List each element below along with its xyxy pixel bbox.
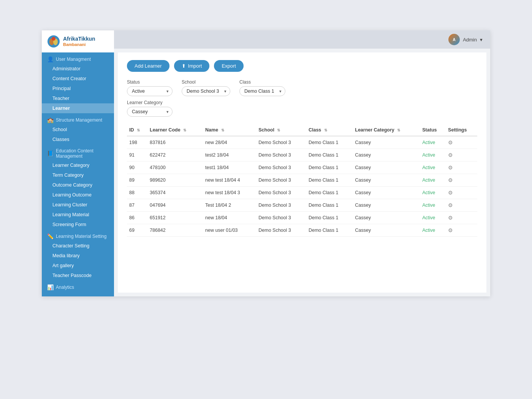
table-row: 89 989620 new test 18/04 4 Demo School 3… — [127, 174, 477, 187]
learner-category-filter-group: Learner Category Cassey Other — [127, 100, 173, 117]
cell-status: Active — [420, 149, 446, 162]
settings-gear-icon[interactable]: ⚙ — [448, 190, 453, 196]
sidebar-item-media-library[interactable]: Media library — [42, 251, 114, 261]
logo-icon — [47, 35, 60, 48]
sort-school-icon[interactable]: ⇅ — [277, 128, 280, 132]
cell-settings[interactable]: ⚙ — [446, 136, 477, 149]
sidebar-item-teacher[interactable]: Teacher — [42, 93, 114, 103]
add-learner-button[interactable]: Add Learner — [127, 60, 169, 72]
admin-avatar: A — [448, 34, 460, 45]
settings-gear-icon[interactable]: ⚙ — [448, 227, 453, 233]
user-management-icon: 👤 — [47, 56, 54, 62]
cell-id: 91 — [127, 149, 147, 162]
sidebar-item-classes[interactable]: Classes — [42, 135, 114, 144]
cell-settings[interactable]: ⚙ — [446, 187, 477, 199]
sidebar-item-learning-cluster[interactable]: Learning Cluster — [42, 200, 114, 210]
settings-gear-icon[interactable]: ⚙ — [448, 139, 453, 146]
svg-point-3 — [52, 37, 55, 41]
sort-class-icon[interactable]: ⇅ — [324, 128, 327, 132]
sidebar-section-analytics[interactable]: 📊 Analytics — [42, 280, 114, 292]
sort-id-icon[interactable]: ⇅ — [137, 128, 140, 132]
sidebar-section-user-management: 👤 User Managment — [42, 52, 114, 64]
main-area: A Admin ▾ Add Learner ⬆ Import Export — [114, 30, 490, 296]
cell-class: Demo Class 1 — [306, 162, 353, 174]
cell-status: Active — [420, 136, 446, 149]
cell-learner-code: 365374 — [147, 187, 203, 199]
cell-status: Active — [420, 187, 446, 199]
toolbar: Add Learner ⬆ Import Export — [127, 60, 477, 72]
cell-id: 86 — [127, 212, 147, 224]
cell-status: Active — [420, 212, 446, 224]
cell-id: 89 — [127, 174, 147, 187]
cell-learner-code: 786842 — [147, 224, 203, 237]
cell-learner-category: Cassey — [353, 149, 420, 162]
sidebar-section-education: 📘 Education Content Management — [42, 144, 114, 160]
cell-learner-category: Cassey — [353, 224, 420, 237]
status-select[interactable]: Active Inactive — [127, 86, 173, 96]
cell-id: 90 — [127, 162, 147, 174]
sidebar-item-learner[interactable]: Learner — [42, 103, 114, 113]
education-icon: 📘 — [47, 150, 54, 157]
cell-learner-category: Cassey — [353, 199, 420, 212]
cell-settings[interactable]: ⚙ — [446, 224, 477, 237]
cell-class: Demo Class 1 — [306, 136, 353, 149]
sidebar-item-character-setting[interactable]: Character Setting — [42, 241, 114, 251]
settings-gear-icon[interactable]: ⚙ — [448, 152, 453, 158]
sidebar-item-teacher-passcode[interactable]: Teacher Passcode — [42, 271, 114, 280]
school-select[interactable]: Demo School 3 Demo School 1 Demo School … — [182, 86, 230, 96]
filter-row-2: Learner Category Cassey Other — [127, 100, 477, 117]
cell-settings[interactable]: ⚙ — [446, 162, 477, 174]
col-id: ID ⇅ — [127, 124, 147, 136]
cell-settings[interactable]: ⚙ — [446, 212, 477, 224]
settings-gear-icon[interactable]: ⚙ — [448, 215, 453, 221]
table-row: 90 478100 test1 18/04 Demo School 3 Demo… — [127, 162, 477, 174]
class-label: Class — [239, 79, 285, 85]
cell-class: Demo Class 1 — [306, 199, 353, 212]
cell-school: Demo School 3 — [256, 174, 306, 187]
admin-dropdown-icon[interactable]: ▾ — [480, 37, 483, 43]
sidebar-item-screening-form[interactable]: Screening Form — [42, 220, 114, 230]
table-row: 198 837816 new 28/04 Demo School 3 Demo … — [127, 136, 477, 149]
col-learner-code: Learner Code ⇅ — [147, 124, 203, 136]
sidebar-item-learning-material[interactable]: Learning Material — [42, 210, 114, 220]
import-button[interactable]: ⬆ Import — [174, 60, 210, 72]
sort-name-icon[interactable]: ⇅ — [221, 128, 224, 132]
content-area: Add Learner ⬆ Import Export Status Activ… — [118, 52, 486, 293]
learner-category-select[interactable]: Cassey Other — [127, 107, 173, 117]
sidebar-item-outcome-category[interactable]: Outcome Category — [42, 180, 114, 190]
table-row: 87 047694 Test 18/04 2 Demo School 3 Dem… — [127, 199, 477, 212]
sort-learner-category-icon[interactable]: ⇅ — [397, 128, 400, 132]
cell-name: new test 18/04 4 — [203, 174, 256, 187]
cell-settings[interactable]: ⚙ — [446, 199, 477, 212]
table-row: 69 786842 new user 01/03 Demo School 3 D… — [127, 224, 477, 237]
cell-id: 88 — [127, 187, 147, 199]
col-learner-category: Learner Category ⇅ — [353, 124, 420, 136]
sidebar-item-principal[interactable]: Principal — [42, 84, 114, 93]
learner-table: ID ⇅ Learner Code ⇅ Name ⇅ — [127, 124, 477, 237]
sidebar-item-administrator[interactable]: Administrator — [42, 64, 114, 74]
sidebar-item-art-gallery[interactable]: Art gallery — [42, 261, 114, 271]
cell-name: test2 18/04 — [203, 149, 256, 162]
cell-settings[interactable]: ⚙ — [446, 149, 477, 162]
cell-status: Active — [420, 174, 446, 187]
sidebar-item-learner-category[interactable]: Learner Category — [42, 160, 114, 170]
cell-settings[interactable]: ⚙ — [446, 174, 477, 187]
sidebar-item-content-creator[interactable]: Content Creator — [42, 74, 114, 84]
cell-name: new 18/04 — [203, 212, 256, 224]
sidebar-item-learning-outcome[interactable]: Learning Outcome — [42, 190, 114, 200]
settings-gear-icon[interactable]: ⚙ — [448, 202, 453, 208]
class-select[interactable]: Demo Class 1 Demo Class 2 — [239, 86, 285, 96]
settings-gear-icon[interactable]: ⚙ — [448, 177, 453, 183]
cell-status: Active — [420, 162, 446, 174]
cell-learner-code: 989620 — [147, 174, 203, 187]
cell-school: Demo School 3 — [256, 187, 306, 199]
sidebar-item-term-category[interactable]: Term Category — [42, 170, 114, 180]
cell-class: Demo Class 1 — [306, 212, 353, 224]
cell-class: Demo Class 1 — [306, 224, 353, 237]
export-button[interactable]: Export — [214, 60, 244, 72]
status-filter-group: Status Active Inactive — [127, 79, 173, 96]
sort-learner-code-icon[interactable]: ⇅ — [183, 128, 186, 132]
sidebar-item-school[interactable]: School — [42, 125, 114, 135]
settings-gear-icon[interactable]: ⚙ — [448, 165, 453, 171]
cell-school: Demo School 3 — [256, 224, 306, 237]
